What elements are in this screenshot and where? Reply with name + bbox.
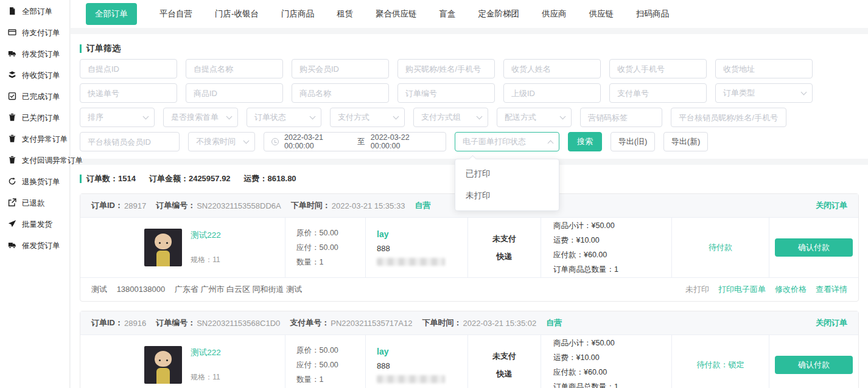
package-icon bbox=[8, 71, 16, 81]
shipping-address: 测试 13800138000 广东省 广州市 白云区 同和街道 测试 bbox=[91, 284, 309, 295]
confirm-payment-button[interactable]: 确认付款 bbox=[775, 356, 853, 374]
pay-state: 未支付 bbox=[492, 234, 516, 244]
chevron-down-icon bbox=[801, 89, 807, 95]
buyer-phone-blurred bbox=[377, 375, 445, 383]
close-order-link[interactable]: 关闭订单 bbox=[816, 200, 847, 211]
express-no-input[interactable] bbox=[80, 83, 177, 103]
search-button[interactable]: 搜索 bbox=[568, 132, 602, 151]
export-new-button[interactable]: 导出(新) bbox=[663, 132, 708, 151]
self-operated-badge: 自营 bbox=[415, 200, 430, 211]
tab-deposit-ladder-group[interactable]: 定金阶梯团 bbox=[478, 9, 520, 19]
sidebar-item-pending-payment[interactable]: 待支付订单 bbox=[0, 23, 69, 44]
first-order-select[interactable]: 是否搜索首单 bbox=[163, 108, 238, 127]
tab-supplier[interactable]: 供应商 bbox=[542, 9, 567, 19]
order-time-value: 2022-03-21 15:35:02 bbox=[463, 319, 536, 328]
pickup-point-name-input[interactable] bbox=[186, 59, 283, 78]
buyer-member-id-input[interactable] bbox=[292, 59, 389, 78]
freight-fee: 运费：¥10.00 bbox=[553, 353, 671, 363]
tab-scan-goods[interactable]: 扫码商品 bbox=[636, 9, 669, 19]
no-search-time-select[interactable]: 不搜索时间 bbox=[188, 132, 255, 151]
pay-method-group-select[interactable]: 支付方式组 bbox=[413, 108, 488, 127]
tab-all-orders[interactable]: 全部订单 bbox=[86, 3, 137, 25]
goods-id-input[interactable] bbox=[186, 83, 283, 103]
product-name-link[interactable]: 测试222 bbox=[191, 347, 221, 358]
self-operated-badge: 自营 bbox=[546, 317, 562, 328]
sidebar-item-return-exchange[interactable]: 退换货订单 bbox=[0, 171, 69, 193]
platform-verifier-member-id-input[interactable] bbox=[80, 132, 180, 151]
truck-icon bbox=[8, 241, 16, 251]
sort-select[interactable]: 排序 bbox=[80, 108, 155, 127]
product-column: 测试222 规格：11 bbox=[80, 218, 285, 277]
confirm-payment-button[interactable]: 确认付款 bbox=[775, 238, 853, 257]
dropdown-option-unprinted[interactable]: 未打印 bbox=[455, 185, 559, 207]
product-spec: 规格：11 bbox=[191, 255, 221, 265]
sidebar-item-urge-shipment[interactable]: 催发货订单 bbox=[0, 235, 69, 257]
ship-type: 快递 bbox=[497, 251, 513, 262]
product-name-link[interactable]: 测试222 bbox=[191, 230, 221, 241]
filter-row-2: 订单类型 bbox=[80, 83, 859, 103]
dropdown-option-printed[interactable]: 已打印 bbox=[455, 163, 559, 185]
first-order-select-value: 是否搜索首单 bbox=[171, 112, 219, 123]
buyer-nickname-input[interactable] bbox=[397, 59, 495, 78]
tab-rental[interactable]: 租赁 bbox=[337, 9, 353, 19]
filter-title: 订单筛选 bbox=[80, 43, 859, 54]
pay-method-select-value: 支付方式 bbox=[338, 112, 369, 123]
view-detail-link[interactable]: 查看详情 bbox=[816, 284, 847, 295]
buyer-id: 888 bbox=[377, 361, 467, 370]
sidebar-item-pending-receipt[interactable]: 待收货订单 bbox=[0, 65, 69, 86]
sidebar-item-payment-callback-exception[interactable]: 支付回调异常订单 bbox=[0, 150, 69, 171]
eshipping-print-status-select[interactable]: 电子面单打印状态 已打印 未打印 bbox=[455, 132, 559, 151]
sidebar-item-closed[interactable]: 已关闭订单 bbox=[0, 108, 69, 129]
print-eshipping-link[interactable]: 打印电子面单 bbox=[718, 284, 766, 295]
chevron-down-icon bbox=[560, 114, 566, 120]
parent-id-input[interactable] bbox=[503, 83, 601, 103]
tab-aggregate-supply-chain[interactable]: 聚合供应链 bbox=[376, 9, 417, 19]
tab-blind-box[interactable]: 盲盒 bbox=[439, 9, 456, 19]
date-range-picker[interactable]: 2022-03-21 00:00:00 至 2022-03-22 00:00:0… bbox=[264, 132, 446, 151]
order-type-select[interactable]: 订单类型 bbox=[715, 83, 813, 103]
export-old-button[interactable]: 导出(旧) bbox=[611, 132, 655, 151]
product-info: 测试222 规格：11 bbox=[191, 229, 221, 266]
chevron-down-icon bbox=[226, 114, 233, 120]
payment-no-input[interactable] bbox=[609, 83, 707, 103]
modify-price-link[interactable]: 修改价格 bbox=[775, 284, 807, 295]
sidebar-item-batch-shipment[interactable]: 批量发货 bbox=[0, 214, 69, 235]
order-status-select-value: 订单状态 bbox=[254, 112, 286, 123]
order-sn-value: SN220321153568C1D0 bbox=[197, 319, 280, 328]
buyer-name[interactable]: lay bbox=[377, 229, 467, 239]
marketing-code-input[interactable] bbox=[580, 108, 662, 127]
product-info: 测试222 规格：11 bbox=[191, 346, 221, 384]
sidebar-item-completed[interactable]: 已完成订单 bbox=[0, 86, 69, 108]
sidebar-item-label: 已退款 bbox=[22, 198, 45, 209]
payable-price: 应付：50.00 bbox=[296, 360, 365, 370]
platform-verifier-nickname-input[interactable] bbox=[671, 108, 786, 127]
sidebar-item-payment-exception[interactable]: 支付异常订单 bbox=[0, 129, 69, 150]
pickup-point-id-input[interactable] bbox=[80, 59, 177, 78]
pay-ship-status-column: 未支付 快递 bbox=[467, 335, 541, 388]
sidebar-item-refunded[interactable]: 已退款 bbox=[0, 193, 69, 214]
order-sn-value: SN220321153558DD6A bbox=[197, 201, 281, 210]
trash-icon bbox=[8, 156, 16, 166]
tab-platform-self[interactable]: 平台自营 bbox=[159, 9, 192, 19]
receiver-name-input[interactable] bbox=[503, 59, 601, 78]
ship-type: 快递 bbox=[497, 369, 513, 379]
delivery-method-select[interactable]: 配送方式 bbox=[497, 108, 572, 127]
sidebar-item-pending-shipment[interactable]: 待发货订单 bbox=[0, 44, 69, 65]
order-no-input[interactable] bbox=[397, 83, 495, 103]
tab-store-cashier[interactable]: 门店-收银台 bbox=[215, 9, 259, 19]
buyer-name[interactable]: lay bbox=[377, 347, 467, 356]
order-status-select[interactable]: 订单状态 bbox=[247, 108, 321, 127]
sidebar-item-all-orders[interactable]: 全部订单 bbox=[0, 1, 69, 23]
order-id-label: 订单ID： bbox=[91, 200, 123, 211]
close-order-link[interactable]: 关闭订单 bbox=[816, 317, 847, 328]
pay-method-select[interactable]: 支付方式 bbox=[330, 108, 405, 127]
tab-store-goods[interactable]: 门店商品 bbox=[281, 9, 314, 19]
goods-name-input[interactable] bbox=[292, 83, 389, 103]
buyer-column: lay 888 bbox=[365, 218, 467, 277]
total-goods-count: 订单商品总数量：1 bbox=[553, 382, 671, 388]
receiver-phone-input[interactable] bbox=[609, 59, 707, 78]
tab-supply-chain[interactable]: 供应链 bbox=[589, 9, 614, 19]
trash-icon bbox=[8, 134, 16, 145]
receiver-address-input[interactable] bbox=[715, 59, 813, 78]
sidebar: 全部订单 待支付订单 待发货订单 待收货订单 已完成订单 已关闭订单 支付异常订… bbox=[0, 0, 70, 388]
